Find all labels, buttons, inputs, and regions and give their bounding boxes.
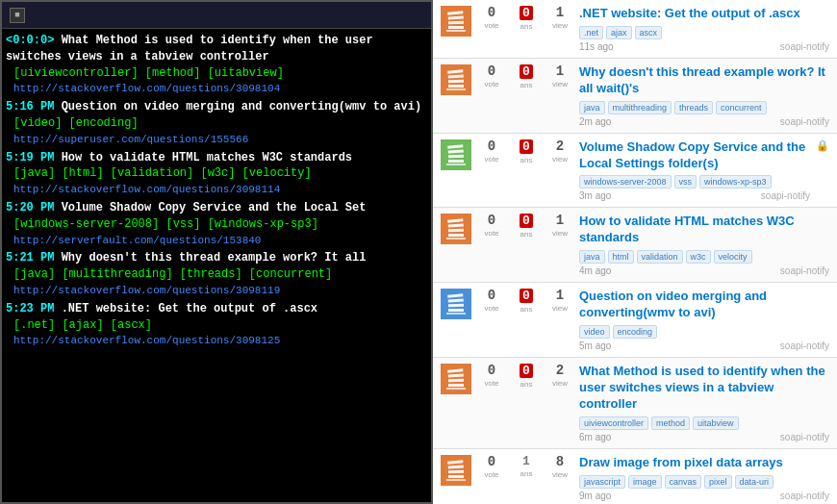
log-message: How to validate HTML matches W3C standar… [62, 151, 352, 164]
tag[interactable]: html [608, 250, 634, 264]
tag[interactable]: multithreading [608, 101, 672, 114]
log-url: http://stackoverflow.com/questions/30981… [13, 83, 280, 94]
feed-item: 0vote0ans1view.NET website: Get the outp… [433, 0, 837, 59]
terminal-panel: ■ <0:0:0> What Method is used to identif… [0, 0, 433, 504]
tag[interactable]: w3c [686, 250, 711, 264]
view-count: 1 [556, 64, 564, 78]
feed-item: 0vote0ans2viewWhat Method is used to ide… [433, 358, 837, 449]
vote-label: vote [484, 470, 498, 479]
tag[interactable]: video [579, 325, 610, 339]
meta-row: 2m agosoapi-notify [579, 116, 829, 127]
feed-item: 0vote0ans1viewWhy doesn't this thread ex… [433, 59, 837, 134]
vote-count: 0 [488, 455, 495, 468]
view-count: 1 [556, 214, 564, 227]
tag[interactable]: java [579, 250, 605, 264]
answer-count: 1 [522, 455, 530, 467]
question-title[interactable]: Question on video merging and converting… [579, 289, 829, 321]
tag[interactable]: windows-server-2008 [579, 175, 672, 189]
log-tags: [uiviewcontroller] [method] [uitabview] [13, 66, 284, 80]
svg-rect-9 [448, 80, 464, 83]
answer-label: ans [520, 156, 533, 164]
tag[interactable]: windows-xp-sp3 [699, 175, 772, 189]
tag[interactable]: method [651, 416, 690, 430]
tag[interactable]: threads [674, 101, 713, 114]
tag[interactable]: velocity [714, 250, 752, 264]
question-title[interactable]: .NET website: Get the output of .ascx [579, 6, 829, 22]
log-url: http://stackoverflow.com/questions/30981… [13, 184, 280, 195]
view-section: 8view [546, 455, 573, 479]
answer-label: ans [520, 22, 533, 31]
tag[interactable]: encoding [613, 325, 658, 339]
log-tags: [video] [encoding] [13, 116, 139, 130]
question-time: 4m ago [579, 265, 611, 276]
log-tags: [java] [multithreading] [threads] [concu… [13, 267, 332, 281]
view-section: 2view [546, 139, 573, 164]
feed-panel[interactable]: 0vote0ans1view.NET website: Get the outp… [433, 0, 837, 504]
log-message: What Method is used to identify when the… [6, 34, 373, 63]
svg-rect-39 [448, 470, 464, 473]
svg-rect-22 [448, 234, 464, 237]
tag[interactable]: uitabview [693, 416, 739, 430]
tags-row: videoencoding [579, 325, 829, 339]
tag[interactable]: java [579, 101, 605, 114]
svg-rect-34 [448, 384, 464, 387]
log-message: Volume Shadow Copy Service and the Local… [62, 201, 367, 214]
tag[interactable]: pixel [704, 475, 732, 489]
feed-item: 0vote0ans1viewQuestion on video merging … [433, 283, 837, 358]
tag[interactable]: .net [579, 26, 603, 39]
vote-section: 0vote [477, 6, 506, 30]
answer-section: 0ans [512, 6, 541, 31]
tag[interactable]: uiviewcontroller [579, 416, 648, 430]
log-time: 5:20 PM [6, 201, 54, 214]
question-content: Draw image from pixel data arraysjavascr… [579, 455, 829, 501]
log-time: 5:23 PM [6, 302, 54, 315]
vote-label: vote [484, 155, 498, 164]
question-content: How to validate HTML matches W3C standar… [579, 214, 829, 276]
tag[interactable]: concurrent [716, 101, 767, 114]
site-icon [441, 139, 471, 170]
question-source: soapi-notify [780, 491, 829, 501]
feed-item: 0vote0ans2viewVolume Shadow Copy Service… [433, 134, 837, 209]
log-time: 5:16 PM [6, 100, 54, 113]
answer-count: 0 [520, 139, 533, 154]
question-time: 2m ago [579, 116, 611, 127]
tag[interactable]: ajax [606, 26, 632, 39]
meta-row: 9m agosoapi-notify [579, 491, 829, 501]
view-label: view [552, 155, 568, 164]
tag[interactable]: image [628, 475, 662, 489]
log-message: Why doesn't this thread example work? It… [62, 251, 367, 265]
meta-row: 4m agosoapi-notify [579, 265, 829, 276]
log-message: Question on video merging and converting… [62, 100, 421, 113]
tags-row: javascriptimagecanvaspixeldata-uri [579, 475, 829, 489]
vote-section: 0vote [477, 139, 506, 164]
question-title[interactable]: What Method is used to identify when the… [579, 364, 829, 413]
question-source: soapi-notify [780, 340, 829, 351]
log-time: <0:0:0> [6, 34, 54, 47]
tag[interactable]: data-uri [735, 475, 774, 489]
tag[interactable]: ascx [635, 26, 663, 39]
tag[interactable]: javascript [579, 475, 625, 489]
svg-rect-15 [448, 155, 464, 158]
view-count: 1 [556, 6, 564, 19]
meta-row: 5m agosoapi-notify [579, 340, 829, 351]
vote-label: vote [484, 21, 498, 30]
question-title[interactable]: Draw image from pixel data arrays [579, 455, 829, 471]
question-title[interactable]: Why doesn't this thread example work? It… [579, 64, 829, 97]
question-time: 11s ago [579, 41, 614, 52]
view-count: 2 [556, 364, 564, 377]
terminal-entry: 5:19 PM How to validate HTML matches W3C… [6, 150, 427, 198]
answer-label: ans [520, 469, 533, 478]
question-title[interactable]: How to validate HTML matches W3C standar… [579, 214, 829, 246]
view-count: 1 [556, 289, 564, 302]
site-icon [441, 64, 471, 95]
tag[interactable]: validation [637, 250, 683, 264]
view-label: view [552, 470, 568, 479]
feed-item: 0vote1ans8viewDraw image from pixel data… [433, 449, 837, 504]
vote-count: 0 [488, 6, 495, 19]
question-title[interactable]: Volume Shadow Copy Service and the Local… [579, 139, 810, 172]
lock-icon: 🔒 [816, 139, 829, 152]
log-time: 5:21 PM [6, 251, 54, 265]
tag[interactable]: canvas [665, 475, 702, 489]
site-icon [441, 214, 471, 244]
tag[interactable]: vss [674, 175, 698, 189]
